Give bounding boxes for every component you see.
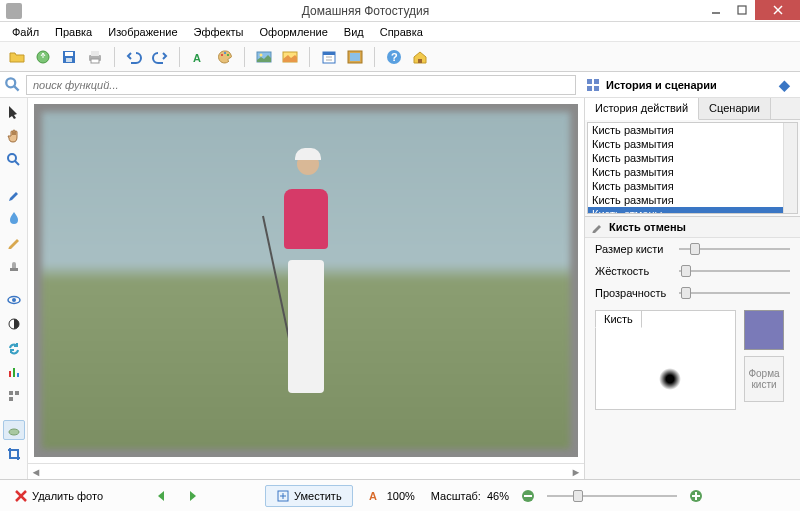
opacity-slider[interactable] <box>679 286 790 300</box>
svg-rect-40 <box>13 368 15 377</box>
main-area: ◄ ► История действий Сценарии Кисть разм… <box>0 98 800 479</box>
canvas[interactable] <box>34 104 578 457</box>
param-size: Размер кисти <box>585 238 800 260</box>
pencil-tool[interactable] <box>3 232 25 252</box>
stamp-tool[interactable] <box>3 256 25 276</box>
hardness-slider[interactable] <box>679 264 790 278</box>
zoom-in-button[interactable] <box>683 486 709 506</box>
export-button[interactable] <box>32 46 54 68</box>
crop-tool[interactable] <box>3 444 25 464</box>
search-icon <box>4 76 22 94</box>
prev-button[interactable] <box>149 486 175 506</box>
menu-design[interactable]: Оформление <box>252 23 336 41</box>
home-button[interactable] <box>409 46 431 68</box>
menu-effects[interactable]: Эффекты <box>186 23 252 41</box>
history-item[interactable]: Кисть размытия <box>588 151 797 165</box>
svg-rect-26 <box>418 59 422 63</box>
horizontal-scrollbar[interactable]: ◄ ► <box>28 463 584 479</box>
image-button-1[interactable] <box>253 46 275 68</box>
drop-tool[interactable] <box>3 208 25 228</box>
svg-rect-31 <box>587 86 592 91</box>
svg-rect-44 <box>9 397 13 401</box>
frame-button[interactable] <box>344 46 366 68</box>
brush-preview: Кисть <box>595 310 736 410</box>
palette-button[interactable] <box>214 46 236 68</box>
redo-button[interactable] <box>149 46 171 68</box>
help-button[interactable]: ? <box>383 46 405 68</box>
delete-photo-label: Удалить фото <box>32 490 103 502</box>
collapse-icon[interactable]: ◆ <box>779 77 790 93</box>
toolbar-separator <box>179 47 180 67</box>
svg-rect-41 <box>17 373 19 377</box>
svg-point-37 <box>12 298 16 302</box>
svg-rect-30 <box>594 79 599 84</box>
next-button[interactable] <box>179 486 205 506</box>
param-opacity: Прозрачность <box>585 282 800 304</box>
text-button[interactable]: A <box>188 46 210 68</box>
zoom-100-button[interactable]: A 100% <box>363 486 421 506</box>
toolbar-separator <box>374 47 375 67</box>
brush-dot-icon <box>659 368 681 390</box>
hand-tool[interactable] <box>3 126 25 146</box>
open-folder-button[interactable] <box>6 46 28 68</box>
window-title: Домашняя Фотостудия <box>28 4 703 18</box>
zoom-out-button[interactable] <box>515 486 541 506</box>
history-item[interactable]: Кисть размытия <box>588 165 797 179</box>
tool-panel-title: Кисть отмены <box>609 221 686 233</box>
brush-tab-label[interactable]: Кисть <box>595 310 642 328</box>
history-item[interactable]: Кисть размытия <box>588 123 797 137</box>
svg-rect-39 <box>9 371 11 377</box>
undo-brush-tool[interactable] <box>3 420 25 440</box>
tab-history[interactable]: История действий <box>585 98 699 120</box>
canvas-area: ◄ ► <box>28 98 584 479</box>
history-list[interactable]: Кисть размытия Кисть размытия Кисть разм… <box>587 122 798 214</box>
scale-label: Масштаб: <box>431 490 481 502</box>
history-item-selected[interactable]: Кисть отмены <box>588 207 797 214</box>
vertical-toolbar <box>0 98 28 479</box>
scroll-right-icon[interactable]: ► <box>568 465 584 479</box>
menu-image[interactable]: Изображение <box>100 23 185 41</box>
save-button[interactable] <box>58 46 80 68</box>
zoom-slider[interactable] <box>547 489 677 503</box>
history-item[interactable]: Кисть размытия <box>588 179 797 193</box>
color-swatch[interactable] <box>744 310 784 350</box>
zoom-tool[interactable] <box>3 150 25 170</box>
refresh-tool[interactable] <box>3 338 25 358</box>
right-sidebar: История действий Сценарии Кисть размытия… <box>584 98 800 479</box>
brush-tool[interactable] <box>3 184 25 204</box>
tab-scenarios[interactable]: Сценарии <box>699 98 771 119</box>
svg-line-34 <box>15 161 19 165</box>
menu-help[interactable]: Справка <box>372 23 431 41</box>
eye-tool[interactable] <box>3 290 25 310</box>
param-opacity-label: Прозрачность <box>595 287 671 299</box>
fit-button[interactable]: Уместить <box>265 485 353 507</box>
svg-rect-10 <box>91 59 99 63</box>
undo-button[interactable] <box>123 46 145 68</box>
image-button-2[interactable] <box>279 46 301 68</box>
param-hardness: Жёсткость <box>585 260 800 282</box>
history-scrollbar[interactable] <box>783 123 797 213</box>
svg-rect-32 <box>594 86 599 91</box>
svg-line-28 <box>14 86 19 91</box>
minimize-button[interactable] <box>703 0 729 20</box>
pointer-tool[interactable] <box>3 102 25 122</box>
menu-edit[interactable]: Правка <box>47 23 100 41</box>
history-item[interactable]: Кисть размытия <box>588 193 797 207</box>
close-button[interactable] <box>755 0 800 20</box>
history-item[interactable]: Кисть размытия <box>588 137 797 151</box>
menu-file[interactable]: Файл <box>4 23 47 41</box>
delete-photo-button[interactable]: Удалить фото <box>8 486 109 506</box>
size-slider[interactable] <box>679 242 790 256</box>
calendar-button[interactable] <box>318 46 340 68</box>
maximize-button[interactable] <box>729 0 755 20</box>
print-button[interactable] <box>84 46 106 68</box>
zoom-controls: Масштаб: 46% <box>431 486 792 506</box>
search-input[interactable] <box>26 75 576 95</box>
canvas-subject <box>262 139 360 414</box>
levels-tool[interactable] <box>3 362 25 382</box>
scroll-left-icon[interactable]: ◄ <box>28 465 44 479</box>
brush-shape-button[interactable]: Форма кисти <box>744 356 784 402</box>
align-tool[interactable] <box>3 386 25 406</box>
menu-view[interactable]: Вид <box>336 23 372 41</box>
contrast-tool[interactable] <box>3 314 25 334</box>
